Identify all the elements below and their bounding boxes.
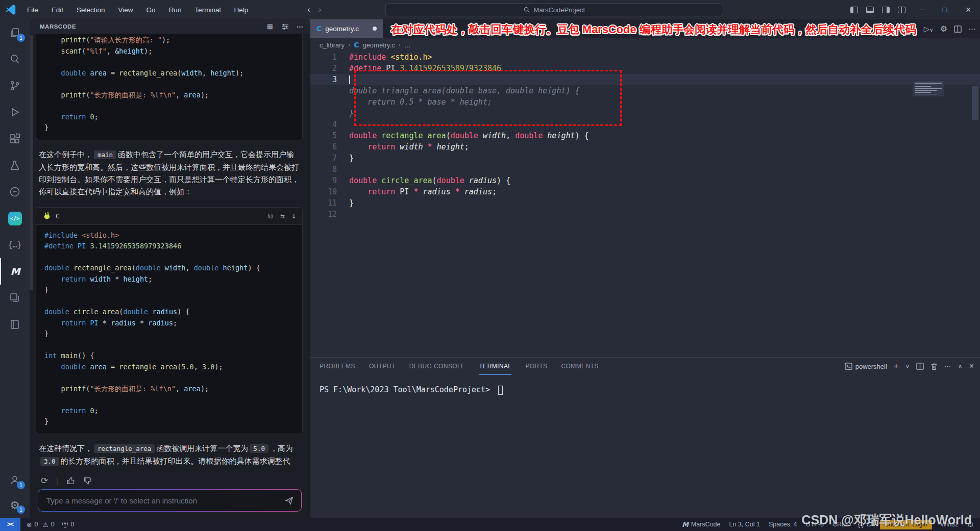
code-line[interactable]: return 0; xyxy=(44,406,294,417)
split-terminal-icon[interactable] xyxy=(916,363,924,370)
copy-code-icon[interactable]: ⧉ xyxy=(268,212,273,220)
new-terminal-icon[interactable]: + xyxy=(894,361,899,371)
menu-help[interactable]: Help xyxy=(229,4,253,16)
shell-selector[interactable]: powershell xyxy=(845,363,887,370)
code-line[interactable]: 10 return PI * radius * radius; xyxy=(310,186,980,197)
nav-back-icon[interactable]: ‹ xyxy=(307,5,310,15)
code-line[interactable]: printf("请输入长方形的高: "); xyxy=(44,35,294,46)
tab-output[interactable]: OUTPUT xyxy=(369,358,396,375)
code-line[interactable]: 12 xyxy=(310,209,980,220)
modified-dot-icon[interactable] xyxy=(373,27,377,31)
code-line[interactable]: int main() { xyxy=(44,350,294,362)
code-line[interactable]: 11} xyxy=(310,197,980,209)
code-line[interactable]: 3 xyxy=(310,74,980,85)
tab-geometry-c[interactable]: C geometry.c xyxy=(310,19,383,38)
code-line[interactable]: #define PI 3.14159265358979323846 xyxy=(44,241,294,252)
code-line[interactable] xyxy=(44,296,294,307)
code-line[interactable]: double rectangle_area(double width, doub… xyxy=(44,263,294,274)
customize-layout-icon[interactable] xyxy=(898,7,905,13)
sidebar-item-remote-explorer[interactable] xyxy=(0,285,30,311)
run-file-icon[interactable]: ▷∨ xyxy=(924,24,934,34)
tab-terminal[interactable]: TERMINAL xyxy=(479,358,512,375)
minimap[interactable] xyxy=(913,81,944,96)
close-panel-icon[interactable]: × xyxy=(969,362,974,371)
code-line[interactable]: 5double rectangle_area(double width, dou… xyxy=(310,130,980,141)
code-line[interactable] xyxy=(44,252,294,263)
code-line[interactable]: scanf("%lf", &height); xyxy=(44,46,294,57)
marscode-status[interactable]: M MarsCode xyxy=(682,521,721,528)
sidebar-item-notebook[interactable] xyxy=(0,311,30,338)
code-line[interactable]: printf("长方形的面积是: %lf\n", area); xyxy=(44,90,294,101)
send-icon[interactable] xyxy=(284,496,294,505)
code-line[interactable]: double area = rectangle_area(5.0, 3.0); xyxy=(44,362,294,373)
code-line[interactable] xyxy=(44,57,294,68)
regenerate-icon[interactable]: ⟳ xyxy=(41,475,48,486)
settings-gear-icon[interactable]: ⚙ xyxy=(940,24,947,34)
sidebar-item-marscode[interactable]: M xyxy=(0,258,30,285)
sidebar-item-testing[interactable] xyxy=(0,152,30,179)
sidebar-item-extensions[interactable] xyxy=(0,125,30,152)
toggle-secondary-sidebar-icon[interactable] xyxy=(882,7,890,13)
code-editor[interactable]: 1#include <stdio.h>2#define PI 3.1415926… xyxy=(310,52,980,357)
code-line[interactable]: double triangle_area(double base, double… xyxy=(310,85,980,96)
breadcrumb-folder[interactable]: c_library xyxy=(320,41,345,49)
code-line[interactable]: } xyxy=(44,122,294,134)
sidebar-item-braces-plugin[interactable]: {…} xyxy=(0,232,30,258)
menu-terminal[interactable]: Terminal xyxy=(190,4,225,16)
sidebar-item-run-debug[interactable] xyxy=(0,99,30,125)
filter-sliders-icon[interactable] xyxy=(281,23,289,30)
sidebar-item-ai-plugin[interactable]: </> xyxy=(0,205,30,232)
menu-selection[interactable]: Selection xyxy=(72,4,110,16)
accounts-button[interactable]: 1 xyxy=(0,467,30,493)
code-line[interactable]: 6 return width * height; xyxy=(310,141,980,153)
code-line[interactable]: double circle_area(double radius) { xyxy=(44,307,294,318)
ports-status[interactable]: 0 xyxy=(62,521,75,528)
code-line[interactable]: } xyxy=(44,285,294,296)
insert-code-icon[interactable]: ↧ xyxy=(292,212,296,220)
code-line[interactable]: } xyxy=(44,416,294,427)
code-line[interactable]: #include <stdio.h> xyxy=(44,230,294,241)
terminal[interactable]: PS F:\Work\2023 Tool\MarsCodeProject> xyxy=(310,375,980,395)
sidebar-item-source-control[interactable] xyxy=(0,72,30,99)
code-line[interactable] xyxy=(44,394,294,406)
indentation[interactable]: Spaces: 4 xyxy=(769,521,797,528)
menu-view[interactable]: View xyxy=(114,4,138,16)
breadcrumb-symbol[interactable]: … xyxy=(404,41,411,49)
code-line[interactable]: double area = rectangle_area(width, heig… xyxy=(44,68,294,79)
code-line[interactable]: return width * height; xyxy=(44,274,294,285)
menu-edit[interactable]: Edit xyxy=(47,4,68,16)
editor-scrollbar[interactable] xyxy=(972,86,978,120)
compare-code-icon[interactable]: ⇆ xyxy=(280,212,284,220)
code-line[interactable]: 2#define PI 3.14159265358979323846 xyxy=(310,63,980,74)
chat-input[interactable] xyxy=(46,496,284,505)
thumbs-up-icon[interactable] xyxy=(66,476,75,485)
terminal-dropdown-icon[interactable]: ∨ xyxy=(905,363,910,370)
code-line[interactable]: return PI * radius * radius; xyxy=(44,318,294,329)
code-line[interactable]: 7} xyxy=(310,153,980,164)
command-center-search[interactable]: MarsCodeProject xyxy=(385,3,723,16)
split-editor-icon[interactable] xyxy=(954,26,962,33)
code-line[interactable]: 4 xyxy=(310,119,980,130)
nav-forward-icon[interactable]: › xyxy=(318,5,322,15)
tab-ports[interactable]: PORTS xyxy=(525,358,547,375)
menu-file[interactable]: File xyxy=(22,4,43,16)
tab-comments[interactable]: COMMENTS xyxy=(561,358,599,375)
maximize-panel-icon[interactable]: ∧ xyxy=(958,363,963,370)
remote-indicator[interactable]: >< xyxy=(0,518,20,531)
code-line[interactable]: printf("长方形的面积是: %lf\n", area); xyxy=(44,384,294,395)
window-minimize-button[interactable]: ─ xyxy=(910,0,933,19)
thumbs-down-icon[interactable] xyxy=(83,476,92,485)
code-line[interactable]: return 0.5 * base * height; xyxy=(310,96,980,108)
sidebar-item-search[interactable] xyxy=(0,46,30,72)
menu-go[interactable]: Go xyxy=(142,4,160,16)
code-line[interactable] xyxy=(44,79,294,90)
problems-status[interactable]: ⊗0 ⚠0 xyxy=(27,521,55,528)
code-line[interactable]: 9double circle_area(double radius) { xyxy=(310,175,980,186)
code-line[interactable]: } xyxy=(44,328,294,340)
code-line[interactable] xyxy=(44,340,294,351)
tab-debug-console[interactable]: DEBUG CONSOLE xyxy=(409,358,465,375)
window-close-button[interactable]: × xyxy=(957,0,980,19)
code-line[interactable]: } xyxy=(310,108,980,119)
menu-run[interactable]: Run xyxy=(164,4,186,16)
editor-more-icon[interactable]: ⋯ xyxy=(968,24,976,34)
